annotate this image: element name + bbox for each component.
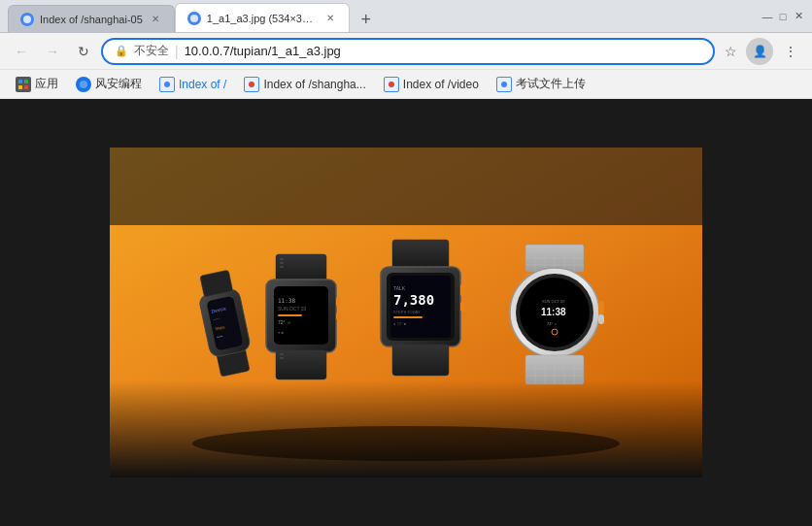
svg-rect-34 <box>336 312 341 320</box>
tab2-favicon <box>187 12 201 25</box>
profile-button[interactable]: 👤 <box>746 38 773 65</box>
video-favicon <box>384 77 399 92</box>
window-controls: — □ ✕ <box>761 11 804 22</box>
svg-rect-48 <box>460 302 465 312</box>
svg-rect-5 <box>24 85 28 89</box>
maximize-button[interactable]: □ <box>777 11 789 22</box>
svg-rect-38 <box>392 240 449 269</box>
svg-text:SUN OCT 20: SUN OCT 20 <box>278 306 307 312</box>
bookmark-fengan[interactable]: 风安编程 <box>68 73 150 95</box>
svg-rect-25 <box>280 266 284 268</box>
tab-2[interactable]: 1_a1_a3.jpg (534×300) ✕ <box>175 3 350 32</box>
svg-rect-4 <box>18 85 22 89</box>
address-bar[interactable]: 🔒 不安全 | 10.0.0.7/tupian/1_a1_a3.jpg <box>101 38 715 65</box>
tab-1[interactable]: Index of /shanghai-05 ✕ <box>8 5 175 32</box>
svg-rect-2 <box>18 80 22 83</box>
bookmark-index[interactable]: Index of / <box>152 74 234 95</box>
svg-point-10 <box>501 82 507 87</box>
svg-text:72°  ☼: 72° ☼ <box>278 319 291 325</box>
security-text: 不安全 <box>134 43 169 59</box>
svg-point-9 <box>389 82 394 87</box>
address-separator: | <box>175 44 179 59</box>
tab2-close[interactable]: ✕ <box>323 12 337 25</box>
menu-button[interactable]: ⋮ <box>777 38 804 65</box>
svg-rect-45 <box>393 316 423 318</box>
watches-image: Device --:-- Steps --- 11:38 <box>110 148 702 477</box>
tab1-label: Index of /shanghai-05 <box>40 14 143 25</box>
svg-text:● ■: ● ■ <box>278 330 285 335</box>
svg-rect-66 <box>598 301 604 314</box>
svg-rect-47 <box>460 284 465 296</box>
bookmark-shanghai-label: Index of /shangha... <box>263 78 365 91</box>
svg-text:---: --- <box>217 333 223 340</box>
svg-text:TALK: TALK <box>393 285 406 291</box>
new-tab-button[interactable]: + <box>354 7 379 32</box>
svg-rect-22 <box>276 254 326 281</box>
svg-rect-37 <box>280 357 284 359</box>
svg-rect-24 <box>280 262 284 264</box>
svg-point-8 <box>249 82 254 87</box>
profile-icon: 👤 <box>753 45 767 58</box>
tab1-close[interactable]: ✕ <box>149 13 162 26</box>
shanghai-favicon <box>244 77 259 92</box>
apps-icon <box>16 77 31 92</box>
fengan-icon <box>76 77 91 92</box>
bookmark-upload[interactable]: 考试文件上传 <box>489 73 593 95</box>
svg-text:11:38: 11:38 <box>541 307 566 317</box>
image-display: Device --:-- Steps --- 11:38 <box>110 148 702 477</box>
refresh-icon: ↻ <box>78 44 89 59</box>
forward-icon: → <box>46 44 59 59</box>
bookmark-video[interactable]: Index of /video <box>376 74 487 95</box>
upload-favicon <box>496 77 512 92</box>
star-icon: ☆ <box>725 44 737 59</box>
bookmark-shanghai[interactable]: Index of /shangha... <box>236 74 373 95</box>
bookmark-apps-label: 应用 <box>35 76 58 92</box>
svg-text:STEPS TODAY: STEPS TODAY <box>393 310 421 314</box>
tabs-area: Index of /shanghai-05 ✕ 1_a1_a3.jpg (534… <box>8 0 761 32</box>
svg-text:72°  ☼: 72° ☼ <box>547 321 558 326</box>
security-icon: 🔒 <box>115 45 128 57</box>
svg-point-7 <box>164 82 170 87</box>
close-button[interactable]: ✕ <box>793 11 804 22</box>
back-icon: ← <box>15 44 28 59</box>
back-button[interactable]: ← <box>8 38 35 65</box>
minimize-button[interactable]: — <box>761 11 773 22</box>
tab1-favicon <box>20 13 34 26</box>
bookmark-fengan-label: 风安编程 <box>95 76 142 92</box>
svg-rect-23 <box>280 258 284 260</box>
bookmark-star-button[interactable]: ☆ <box>719 40 742 63</box>
menu-icon: ⋮ <box>784 44 797 59</box>
svg-text:7,380: 7,380 <box>393 292 434 308</box>
bookmarks-bar: 应用 风安编程 Index of / Index of /shangha... … <box>0 70 812 99</box>
svg-rect-36 <box>280 353 284 355</box>
svg-text:SUN OCT 20: SUN OCT 20 <box>542 299 565 304</box>
bookmark-video-label: Index of /video <box>403 78 479 91</box>
svg-point-1 <box>190 15 198 22</box>
svg-rect-3 <box>24 80 28 83</box>
refresh-button[interactable]: ↻ <box>70 38 97 65</box>
forward-button[interactable]: → <box>39 38 66 65</box>
svg-rect-49 <box>392 345 449 376</box>
address-url: 10.0.0.7/tupian/1_a1_a3.jpg <box>185 44 701 58</box>
svg-rect-77 <box>110 148 702 225</box>
bookmark-apps[interactable]: 应用 <box>8 73 66 95</box>
svg-rect-67 <box>598 314 604 324</box>
title-bar: Index of /shanghai-05 ✕ 1_a1_a3.jpg (534… <box>0 0 812 33</box>
svg-text:● 72° ■: ● 72° ■ <box>393 321 407 326</box>
bookmark-upload-label: 考试文件上传 <box>516 76 586 92</box>
svg-point-6 <box>80 81 87 88</box>
tab2-label: 1_a1_a3.jpg (534×300) <box>207 13 318 24</box>
svg-rect-30 <box>278 314 302 316</box>
index-favicon <box>159 77 175 92</box>
content-area: Device --:-- Steps --- 11:38 <box>0 99 812 526</box>
svg-rect-33 <box>336 297 341 307</box>
svg-text:11:38: 11:38 <box>278 297 295 304</box>
svg-point-0 <box>23 16 31 23</box>
navigation-bar: ← → ↻ 🔒 不安全 | 10.0.0.7/tupian/1_a1_a3.jp… <box>0 33 812 70</box>
bookmark-index-label: Index of / <box>179 78 226 91</box>
svg-point-13 <box>192 426 620 461</box>
